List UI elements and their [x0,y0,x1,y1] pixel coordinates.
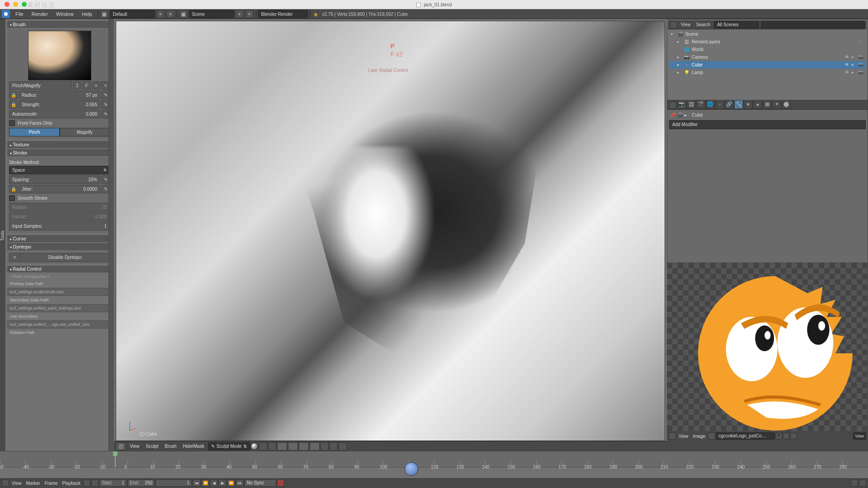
radius-field[interactable]: Radius:57 px [19,91,100,99]
cube-icon[interactable]: ▫ [689,113,690,117]
breadcrumb-object[interactable]: Cube [692,113,703,117]
scene-dropdown[interactable]: Scene [189,10,234,18]
image-editor[interactable]: View Image cgcookieLogo_justCo… F View [667,263,868,441]
snap-icon[interactable] [330,442,338,450]
manipulator-icon[interactable] [268,442,276,450]
screen-layout-dropdown[interactable]: Default [110,10,155,18]
mode-dropdown[interactable]: ✎Sculpt Mode⇅ [208,442,250,450]
radius-pressure-icon[interactable]: ✎ [101,91,110,99]
vp-menu-view[interactable]: View [127,444,142,449]
play-reverse-icon[interactable]: ◀ [210,479,218,487]
ptab-render[interactable]: 📷 [677,100,686,109]
jitter-field[interactable]: Jitter:0.0000 [19,185,100,193]
timeline-cursor[interactable] [115,451,116,467]
outliner-row-scene[interactable]: ▾🎬Scene [669,30,866,38]
brush-add-icon[interactable]: + [92,81,100,90]
close-icon[interactable]: × [9,253,20,262]
jump-end-icon[interactable]: ⏭ [236,479,244,487]
ptab-particles[interactable]: ✦ [772,100,781,109]
strength-field[interactable]: Strength:0.555 [19,100,100,109]
start-frame-field[interactable]: Start:1 [99,479,127,487]
outliner-row-camera[interactable]: ▸📷Camera👁▸📷 [669,53,866,61]
ptab-texture[interactable]: ▦ [763,100,772,109]
timeline[interactable]: -50-40-30-20-100102030405060708090100110… [0,451,868,478]
keyframe-next-icon[interactable]: ⏩ [227,479,235,487]
img-unlink-icon[interactable] [790,433,797,439]
lock-camera-icon[interactable] [321,442,329,450]
tl-menu-frame[interactable]: Frame [43,481,60,486]
vp-menu-sculpt[interactable]: Sculpt [143,444,161,449]
blender-logo-icon[interactable] [2,10,10,18]
ptab-modifiers[interactable]: 🔧 [734,100,743,109]
scene-browse-icon[interactable]: ▦ [179,10,188,18]
brush-name-field[interactable]: Pinch/Magnify [9,81,72,90]
img-menu-image[interactable]: Image [691,434,708,439]
ptab-renderlayers[interactable]: 🖼 [687,100,696,109]
img-add-icon[interactable] [783,433,789,439]
layout-remove-icon[interactable]: × [166,10,175,18]
ptab-constraints[interactable]: 🔗 [725,100,734,109]
sync-dropdown[interactable]: No Sync [245,479,276,487]
outliner-filter-dropdown[interactable]: All Scenes [714,21,759,28]
brush-fake-user[interactable]: F [82,81,91,90]
autosmooth-field[interactable]: Autosmooth:0.000 [9,110,100,118]
curve-panel-header[interactable]: Curve [7,235,112,242]
brush-unlink-icon[interactable]: × [101,81,110,90]
magnify-toggle[interactable]: Magnify [60,128,110,136]
brush-panel-header[interactable]: Brush [7,21,112,28]
autokey-icon[interactable] [277,479,284,487]
keying-set-icon[interactable] [851,479,858,487]
pin-icon[interactable]: 📌 [670,113,675,117]
3d-viewport[interactable]: User Persp P F x2 Last: Radial Control (… [114,19,667,451]
outliner-search-input[interactable] [761,21,865,28]
strength-lock-icon[interactable]: 🔒 [9,100,18,109]
props-editor-icon[interactable] [669,102,676,109]
outliner-row-world[interactable]: 🌐World [669,46,866,53]
img-fake-user[interactable]: F [776,433,782,439]
dyntopo-panel-header[interactable]: Dyntopo [7,243,112,250]
mac-window-controls[interactable] [5,2,27,7]
outliner-row-lamp[interactable]: ▸💡Lamp👁▸📷 [669,69,866,76]
disable-dyntopo-button[interactable]: ×Disable Dyntopo [9,253,110,262]
img-menu-view[interactable]: View [677,434,690,439]
pinch-toggle[interactable]: Pinch [9,128,60,136]
viewport-canvas[interactable] [116,21,665,441]
layers-a[interactable] [277,442,287,450]
timeline-editor-icon[interactable] [2,479,9,487]
menu-render[interactable]: Render [28,10,52,18]
tl-menu-marker[interactable]: Marker [24,481,42,486]
ptab-world[interactable]: 🌐 [706,100,715,109]
menu-file[interactable]: File [12,10,27,18]
layers-c[interactable] [299,442,309,450]
minimize-icon[interactable] [13,2,18,7]
ptab-object[interactable]: ▫ [715,100,724,109]
stroke-panel-header[interactable]: Stroke [7,149,112,156]
vp-menu-brush[interactable]: Brush [162,444,179,449]
strength-pressure-icon[interactable]: ✎ [101,100,110,109]
autosmooth-pressure-icon[interactable]: ✎ [101,110,110,118]
tl-menu-view[interactable]: View [10,481,24,486]
layout-browse-icon[interactable]: ▦ [100,10,108,18]
img-mode-dropdown[interactable]: View [853,432,866,440]
jump-start-icon[interactable]: ⏮ [193,479,201,487]
primary-path-field[interactable]: tool_settings.sculpt.brush.size [7,288,112,296]
ptab-material[interactable]: ● [753,100,762,109]
ptab-physics[interactable]: ⬤ [782,100,791,109]
jitter-lock-icon[interactable]: 🔒 [9,185,18,193]
outliner-editor-icon[interactable] [670,21,677,28]
img-editor-icon[interactable] [669,432,676,440]
menu-window[interactable]: Window [52,10,77,18]
jitter-pressure-icon[interactable]: ✎ [101,185,110,193]
add-modifier-dropdown[interactable]: Add Modifier [669,120,866,129]
shading-sphere[interactable] [251,443,258,450]
ptab-data[interactable]: ▼ [744,100,753,109]
outliner-menu-search[interactable]: Search [694,22,712,27]
smooth-stroke-checkbox[interactable]: Smooth Stroke [9,194,110,202]
pivot-icon[interactable] [259,442,267,450]
layout-add-icon[interactable]: + [156,10,165,18]
secondary-path-field[interactable]: tool_settings.unified_paint_settings.siz… [7,304,112,312]
scene-remove-icon[interactable]: × [245,10,254,18]
render-engine-dropdown[interactable]: Blender Render [258,10,308,18]
range-icon[interactable] [83,479,90,487]
texture-panel-header[interactable]: Texture [7,141,112,148]
